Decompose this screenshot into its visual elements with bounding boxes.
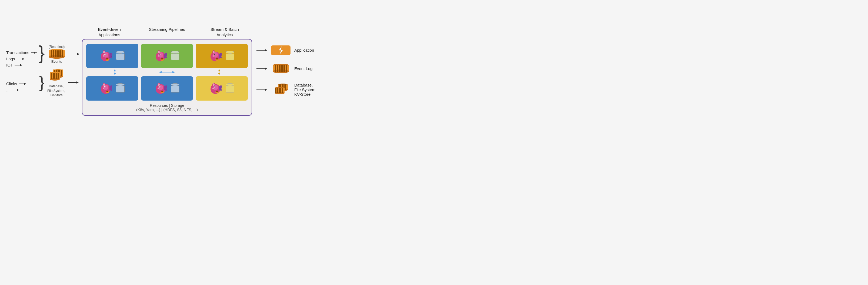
svg-marker-64	[114, 69, 116, 72]
db-label: Database,File System,KV-Store	[47, 84, 65, 97]
svg-point-94	[213, 83, 215, 86]
svg-point-51	[161, 58, 163, 59]
source-logs: Logs	[6, 57, 36, 61]
cell-4-bottom	[86, 76, 138, 101]
svg-marker-30	[76, 81, 79, 84]
svg-point-38	[103, 55, 104, 57]
svg-marker-70	[218, 69, 220, 72]
col-header-3: Stream & BatchAnalytics	[197, 27, 252, 37]
svg-rect-114	[286, 65, 287, 72]
svg-rect-27	[56, 73, 57, 79]
main-section: Event-drivenApplications Streaming Pipel…	[82, 27, 252, 116]
mascot-1	[100, 49, 114, 63]
cell-5-bottom	[141, 76, 193, 101]
svg-marker-10	[77, 53, 80, 55]
source-transactions: Transactions	[6, 50, 36, 55]
svg-point-74	[103, 83, 105, 86]
mascot-5	[155, 81, 168, 95]
cell-6-bottom	[196, 76, 248, 101]
db-stack-icon	[47, 67, 66, 84]
h-arrow-1	[141, 70, 193, 74]
svg-rect-128	[275, 88, 276, 93]
app-icon	[271, 46, 290, 55]
eventlog-label: Event Log	[294, 66, 313, 71]
svg-rect-8	[62, 50, 63, 57]
eventlog-icon	[271, 64, 290, 74]
col-header-2: Streaming Pipelines	[140, 27, 194, 37]
top-brace: }	[38, 43, 44, 62]
svg-marker-63	[114, 73, 116, 75]
arrow-iot	[14, 63, 22, 67]
mascot-3	[210, 49, 223, 63]
svg-rect-131	[280, 88, 281, 93]
events-parens-label: (Real-time)	[49, 45, 65, 49]
small-db-2	[171, 51, 180, 61]
kafka-group: (Real-time) Events	[47, 45, 66, 63]
svg-rect-130	[279, 88, 280, 93]
svg-point-55	[213, 51, 215, 54]
svg-point-86	[159, 87, 160, 87]
svg-point-100	[216, 91, 218, 92]
db-output-icon	[271, 82, 290, 97]
small-db-1	[116, 51, 125, 61]
source-iot: IOT	[6, 63, 36, 67]
output-db: Database, File System, KV-Store	[256, 82, 317, 97]
small-db-4	[116, 83, 125, 93]
main-diagram: Transactions Logs IOT Clicks ... } (Real…	[6, 27, 428, 116]
output-eventlog: Event Log	[256, 64, 317, 74]
v-arrow-2	[193, 69, 245, 75]
svg-point-77	[103, 88, 104, 89]
svg-rect-24	[51, 73, 52, 79]
svg-marker-103	[279, 47, 283, 54]
cell-3-top	[196, 44, 248, 68]
mascot-6	[210, 81, 223, 95]
top-row	[86, 44, 248, 68]
main-box: Resources | Storage (K8s, Yarn, ...) | (…	[82, 39, 252, 116]
db-output-line2: File System,	[294, 87, 317, 92]
source-ellipsis: ...	[6, 88, 36, 92]
events-label: Events	[51, 59, 62, 63]
db-stack-group: Database,File System,KV-Store	[47, 67, 66, 97]
svg-rect-124	[285, 84, 286, 90]
svg-rect-25	[53, 73, 54, 79]
bottom-row	[86, 76, 248, 101]
arrow-clicks	[19, 82, 26, 86]
svg-rect-109	[275, 65, 276, 72]
footer-line2: (K8s, Yarn, ...) | (HDFS, S3, NFS, ...)	[86, 108, 248, 112]
arrow-out-1	[256, 48, 267, 53]
kafka-icon	[47, 49, 66, 59]
svg-rect-19	[61, 70, 62, 76]
svg-rect-110	[277, 65, 278, 72]
small-db-5	[171, 83, 180, 93]
source-clicks: Clicks	[6, 81, 36, 86]
svg-rect-4	[53, 50, 54, 57]
svg-rect-3	[51, 50, 52, 57]
svg-marker-67	[159, 71, 162, 73]
svg-point-35	[103, 51, 105, 54]
svg-rect-5	[55, 50, 57, 57]
svg-rect-111	[279, 65, 280, 72]
output-app: Application	[256, 46, 317, 55]
sources-column: Transactions Logs IOT Clicks ...	[6, 50, 36, 92]
svg-rect-112	[281, 65, 283, 72]
db-output-labels: Database, File System, KV-Store	[294, 83, 317, 96]
svg-marker-66	[173, 71, 175, 73]
svg-point-45	[158, 51, 160, 54]
input-section: } (Real-time) Events	[36, 45, 82, 97]
app-label: Application	[294, 48, 314, 53]
events-group: } (Real-time) Events	[38, 45, 79, 63]
svg-point-87	[158, 88, 159, 89]
svg-point-97	[212, 88, 214, 89]
svg-marker-102	[265, 49, 267, 51]
svg-point-76	[104, 87, 105, 87]
arrow-ellipsis	[11, 88, 19, 92]
svg-point-96	[214, 87, 215, 87]
db-output-line1: Database,	[294, 83, 317, 87]
small-db-6	[226, 83, 234, 93]
svg-point-37	[104, 54, 105, 55]
main-box-footer: Resources | Storage (K8s, Yarn, ...) | (…	[86, 103, 248, 112]
svg-rect-129	[277, 88, 278, 93]
inter-row-arrows	[89, 69, 245, 75]
svg-rect-28	[58, 73, 59, 79]
svg-point-90	[161, 91, 163, 92]
